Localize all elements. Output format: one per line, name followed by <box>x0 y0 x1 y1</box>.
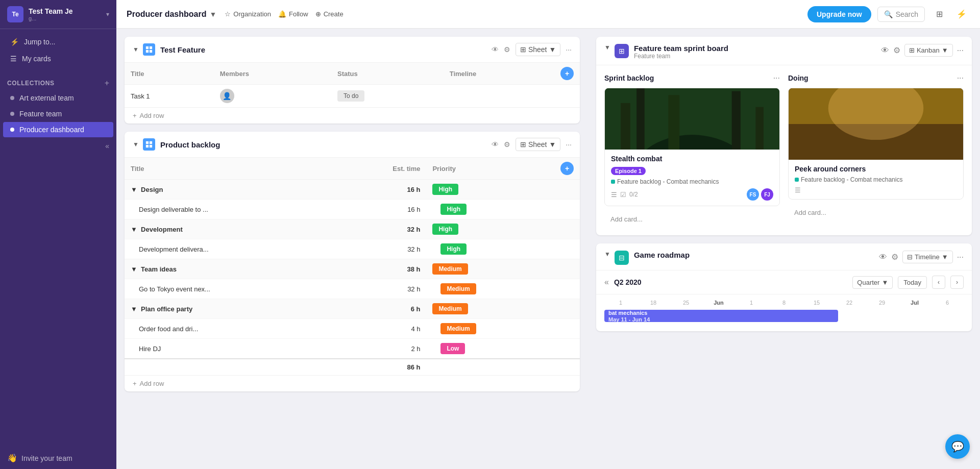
sheet-view-button[interactable]: ⊞ Sheet ▼ <box>516 43 560 56</box>
avatar-row: FS FJ <box>747 188 773 201</box>
invite-team-label: Invite your team <box>21 454 72 462</box>
add-card-button[interactable]: Add card... <box>788 205 964 220</box>
svg-rect-13 <box>732 91 741 150</box>
roadmap-controls: « Q2 2020 Quarter ▼ Today ‹ › <box>596 270 972 294</box>
svg-rect-12 <box>668 95 679 150</box>
add-collection-icon[interactable]: + <box>105 79 109 88</box>
tag-label: Feature backlog - Combat mechanics <box>801 176 902 183</box>
layout-icon-button[interactable]: ⊞ <box>931 6 947 22</box>
collapse-sidebar-button[interactable]: « <box>103 140 111 152</box>
quarter-select[interactable]: Quarter ▼ <box>852 276 893 289</box>
more-options-icon[interactable]: ··· <box>566 140 572 149</box>
tag-dot-icon <box>611 180 615 184</box>
plus-icon: ⊕ <box>315 10 321 18</box>
filter-icon[interactable]: ⚙ <box>504 45 510 54</box>
star-action[interactable]: ☆ Organization <box>225 10 271 18</box>
collection-dot-icon <box>10 96 14 100</box>
team-avatar: Te <box>7 6 23 22</box>
visibility-icon[interactable]: 👁 <box>881 46 889 55</box>
col-est-time: Est. time <box>335 158 426 180</box>
today-button[interactable]: Today <box>898 276 927 289</box>
add-row-button[interactable]: + Add row <box>125 107 580 124</box>
prev-arrow-button[interactable]: ‹ <box>932 276 945 289</box>
add-column-btn[interactable]: + <box>554 63 580 85</box>
next-arrow-button[interactable]: › <box>950 276 964 289</box>
add-card-button[interactable]: Add card... <box>604 211 780 227</box>
chevron-down-icon[interactable]: ▾ <box>106 11 109 18</box>
svg-rect-7 <box>150 145 152 147</box>
collapse-roadmap-icon[interactable]: ▼ <box>604 251 610 258</box>
organization-label: Organization <box>233 10 271 18</box>
priority-badge: Medium <box>440 283 476 294</box>
roadmap-board-icon: ⊟ <box>619 254 625 262</box>
more-options-icon[interactable]: ··· <box>957 253 964 262</box>
topbar-title-group: Producer dashboard ▼ <box>127 10 216 19</box>
card-footer: ☰ ☑ 0/2 FS FJ <box>611 188 773 201</box>
tag-row: Feature backlog - Combat mechanics <box>611 178 773 185</box>
visibility-icon[interactable]: 👁 <box>492 45 499 54</box>
chevron-down-icon: ▼ <box>942 46 948 54</box>
timeline-view-button[interactable]: ⊟ Timeline ▼ <box>902 251 953 263</box>
filter-icon[interactable]: ⚙ <box>504 140 510 149</box>
create-action[interactable]: ⊕ Create <box>315 10 344 18</box>
sidebar-item-producer-dashboard[interactable]: Producer dashboard <box>3 122 113 137</box>
add-column-icon[interactable]: + <box>560 67 574 80</box>
roadmap-title-group: Game roadmap <box>634 251 690 259</box>
avatar: FS <box>747 188 759 201</box>
settings-icon-button[interactable]: ⚡ <box>953 6 970 22</box>
sidebar-item-my-cards[interactable]: ☰ My cards <box>3 51 113 67</box>
chevron-down-icon[interactable]: ▼ <box>209 10 216 18</box>
kanban-col-doing: Doing ··· <box>788 73 964 227</box>
quarter-label: Quarter <box>857 279 879 286</box>
date-1-jun: 1 <box>735 300 768 306</box>
table-row: Hire DJ 2 h Low <box>125 339 580 359</box>
collapse-backlog-icon[interactable]: ▼ <box>133 141 139 148</box>
group-time: 32 h <box>335 219 426 239</box>
kanban-view-button[interactable]: ⊞ Kanban ▼ <box>904 44 953 57</box>
collapse-sprint-icon[interactable]: ▼ <box>604 44 610 51</box>
checklist-count: 0/2 <box>629 191 638 198</box>
filter-icon[interactable]: ⚙ <box>891 252 898 262</box>
chat-button[interactable]: 💬 <box>945 434 970 459</box>
group-title: ▼ Development <box>125 219 335 239</box>
priority-badge: Low <box>440 343 465 354</box>
sheet-view-button[interactable]: ⊞ Sheet ▼ <box>516 138 560 151</box>
sidebar-item-art-external[interactable]: Art external team <box>3 90 113 106</box>
col-more-icon[interactable]: ··· <box>773 73 780 83</box>
sidebar-item-jump[interactable]: ⚡ Jump to... <box>3 34 113 50</box>
search-box[interactable]: 🔍 Search <box>877 7 925 22</box>
col-more-icon[interactable]: ··· <box>957 73 964 83</box>
priority-badge: High <box>440 243 467 255</box>
visibility-icon[interactable]: 👁 <box>879 253 887 262</box>
sheet-label: Sheet <box>528 140 547 149</box>
svg-rect-6 <box>146 145 149 147</box>
collapse-test-feature-icon[interactable]: ▼ <box>133 46 139 53</box>
group-time: 6 h <box>335 299 426 319</box>
sheet-icon: ⊞ <box>520 45 526 54</box>
invite-team-button[interactable]: 👋 Invite your team <box>0 447 116 469</box>
add-row-button[interactable]: + Add row <box>125 375 580 391</box>
more-options-icon[interactable]: ··· <box>566 45 572 54</box>
upgrade-button[interactable]: Upgrade now <box>807 6 871 22</box>
total-time: 86 h <box>335 359 426 375</box>
roadmap-icon: ⊟ <box>615 251 629 265</box>
sidebar-item-feature-team[interactable]: Feature team <box>3 106 113 121</box>
visibility-icon[interactable]: 👁 <box>492 140 499 149</box>
roadmap-collapse-icon[interactable]: « <box>604 278 609 287</box>
bar-dates: May 11 - Jun 14 <box>608 316 650 323</box>
list-icon: ☰ <box>611 191 617 199</box>
total-label <box>125 359 335 375</box>
topbar-actions: ☆ Organization 🔔 Follow ⊕ Create <box>225 10 343 18</box>
add-column-btn[interactable]: + <box>554 158 580 180</box>
add-column-icon[interactable]: + <box>560 162 574 175</box>
filter-icon[interactable]: ⚙ <box>893 45 900 55</box>
layout-icon: ⊞ <box>936 9 943 19</box>
group-priority: High <box>426 219 554 239</box>
follow-action[interactable]: 🔔 Follow <box>278 10 308 18</box>
task-status-cell: To do <box>331 85 444 108</box>
sidebar-header[interactable]: Te Test Team Je g... ▾ <box>0 0 116 29</box>
item-title: Hire DJ <box>125 339 335 359</box>
topbar-right: Upgrade now 🔍 Search ⊞ ⚡ <box>807 6 970 22</box>
more-options-icon[interactable]: ··· <box>957 46 964 55</box>
avatar: FJ <box>761 188 773 201</box>
